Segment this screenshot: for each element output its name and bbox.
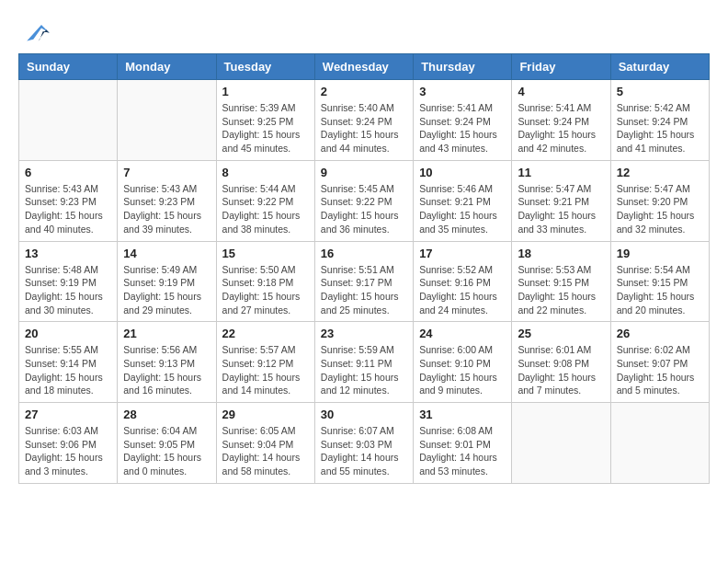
day-info: Sunrise: 5:39 AM Sunset: 9:25 PM Dayligh…	[222, 101, 309, 155]
calendar-cell: 12Sunrise: 5:47 AM Sunset: 9:20 PM Dayli…	[610, 160, 709, 241]
day-number: 11	[518, 166, 604, 179]
calendar-cell	[512, 403, 610, 484]
day-number: 28	[123, 408, 210, 421]
weekday-header: Thursday	[414, 54, 512, 80]
day-info: Sunrise: 6:02 AM Sunset: 9:07 PM Dayligh…	[617, 343, 703, 397]
day-info: Sunrise: 5:48 AM Sunset: 9:19 PM Dayligh…	[25, 263, 111, 317]
day-number: 12	[617, 166, 703, 179]
day-info: Sunrise: 5:42 AM Sunset: 9:24 PM Dayligh…	[617, 101, 703, 155]
day-number: 16	[321, 247, 407, 260]
weekday-header: Wednesday	[314, 54, 413, 80]
day-info: Sunrise: 6:07 AM Sunset: 9:03 PM Dayligh…	[321, 424, 407, 478]
day-info: Sunrise: 6:03 AM Sunset: 9:06 PM Dayligh…	[25, 424, 111, 478]
calendar-cell	[610, 403, 709, 484]
calendar-cell: 14Sunrise: 5:49 AM Sunset: 9:19 PM Dayli…	[118, 241, 216, 322]
calendar-cell: 16Sunrise: 5:51 AM Sunset: 9:17 PM Dayli…	[314, 241, 413, 322]
day-number: 5	[617, 85, 703, 98]
calendar-cell: 10Sunrise: 5:46 AM Sunset: 9:21 PM Dayli…	[414, 160, 512, 241]
calendar-week-row: 1Sunrise: 5:39 AM Sunset: 9:25 PM Daylig…	[19, 80, 710, 161]
calendar-week-row: 27Sunrise: 6:03 AM Sunset: 9:06 PM Dayli…	[19, 403, 710, 484]
calendar-cell: 21Sunrise: 5:56 AM Sunset: 9:13 PM Dayli…	[118, 322, 216, 403]
day-info: Sunrise: 5:55 AM Sunset: 9:14 PM Dayligh…	[25, 343, 111, 397]
day-info: Sunrise: 5:41 AM Sunset: 9:24 PM Dayligh…	[518, 101, 604, 155]
day-number: 15	[222, 247, 309, 260]
day-number: 31	[419, 408, 506, 421]
calendar-week-row: 6Sunrise: 5:43 AM Sunset: 9:23 PM Daylig…	[19, 160, 710, 241]
calendar-cell	[19, 80, 118, 161]
calendar-cell: 24Sunrise: 6:00 AM Sunset: 9:10 PM Dayli…	[414, 322, 512, 403]
day-info: Sunrise: 5:49 AM Sunset: 9:19 PM Dayligh…	[123, 263, 210, 317]
weekday-header: Sunday	[19, 54, 118, 80]
day-number: 14	[123, 247, 210, 260]
calendar-cell: 31Sunrise: 6:08 AM Sunset: 9:01 PM Dayli…	[414, 403, 512, 484]
calendar-week-row: 13Sunrise: 5:48 AM Sunset: 9:19 PM Dayli…	[19, 241, 710, 322]
calendar-cell: 8Sunrise: 5:44 AM Sunset: 9:22 PM Daylig…	[216, 160, 314, 241]
day-info: Sunrise: 5:47 AM Sunset: 9:20 PM Dayligh…	[617, 182, 703, 236]
weekday-header: Tuesday	[216, 54, 314, 80]
day-number: 1	[222, 85, 309, 98]
day-number: 10	[419, 166, 506, 179]
day-info: Sunrise: 5:46 AM Sunset: 9:21 PM Dayligh…	[419, 182, 506, 236]
calendar-cell: 30Sunrise: 6:07 AM Sunset: 9:03 PM Dayli…	[314, 403, 413, 484]
calendar-cell: 2Sunrise: 5:40 AM Sunset: 9:24 PM Daylig…	[314, 80, 413, 161]
weekday-header: Friday	[512, 54, 610, 80]
day-info: Sunrise: 5:44 AM Sunset: 9:22 PM Dayligh…	[222, 182, 309, 236]
day-info: Sunrise: 6:08 AM Sunset: 9:01 PM Dayligh…	[419, 424, 506, 478]
day-number: 3	[419, 85, 506, 98]
page-header	[18, 18, 710, 44]
calendar-cell: 23Sunrise: 5:59 AM Sunset: 9:11 PM Dayli…	[314, 322, 413, 403]
calendar-cell: 27Sunrise: 6:03 AM Sunset: 9:06 PM Dayli…	[19, 403, 118, 484]
day-number: 4	[518, 85, 604, 98]
svg-marker-1	[39, 29, 50, 40]
day-number: 19	[617, 247, 703, 260]
calendar-cell: 13Sunrise: 5:48 AM Sunset: 9:19 PM Dayli…	[19, 241, 118, 322]
weekday-header: Saturday	[610, 54, 709, 80]
day-number: 30	[321, 408, 407, 421]
logo-icon	[18, 18, 51, 44]
day-number: 2	[321, 85, 407, 98]
day-number: 29	[222, 408, 309, 421]
calendar-cell: 4Sunrise: 5:41 AM Sunset: 9:24 PM Daylig…	[512, 80, 610, 161]
calendar-cell: 6Sunrise: 5:43 AM Sunset: 9:23 PM Daylig…	[19, 160, 118, 241]
day-info: Sunrise: 5:40 AM Sunset: 9:24 PM Dayligh…	[321, 101, 407, 155]
day-number: 21	[123, 327, 210, 340]
day-info: Sunrise: 5:59 AM Sunset: 9:11 PM Dayligh…	[321, 343, 407, 397]
day-info: Sunrise: 5:43 AM Sunset: 9:23 PM Dayligh…	[123, 182, 210, 236]
calendar-cell: 25Sunrise: 6:01 AM Sunset: 9:08 PM Dayli…	[512, 322, 610, 403]
day-number: 8	[222, 166, 309, 179]
calendar-cell: 5Sunrise: 5:42 AM Sunset: 9:24 PM Daylig…	[610, 80, 709, 161]
calendar-cell: 7Sunrise: 5:43 AM Sunset: 9:23 PM Daylig…	[118, 160, 216, 241]
day-info: Sunrise: 5:57 AM Sunset: 9:12 PM Dayligh…	[222, 343, 309, 397]
svg-marker-0	[27, 25, 50, 41]
day-info: Sunrise: 5:51 AM Sunset: 9:17 PM Dayligh…	[321, 263, 407, 317]
calendar-cell: 20Sunrise: 5:55 AM Sunset: 9:14 PM Dayli…	[19, 322, 118, 403]
day-number: 26	[617, 327, 703, 340]
weekday-header: Monday	[118, 54, 216, 80]
logo	[18, 18, 55, 44]
calendar-cell: 22Sunrise: 5:57 AM Sunset: 9:12 PM Dayli…	[216, 322, 314, 403]
day-info: Sunrise: 6:00 AM Sunset: 9:10 PM Dayligh…	[419, 343, 506, 397]
day-info: Sunrise: 5:52 AM Sunset: 9:16 PM Dayligh…	[419, 263, 506, 317]
day-number: 20	[25, 327, 111, 340]
calendar-cell: 19Sunrise: 5:54 AM Sunset: 9:15 PM Dayli…	[610, 241, 709, 322]
day-number: 24	[419, 327, 506, 340]
day-info: Sunrise: 5:56 AM Sunset: 9:13 PM Dayligh…	[123, 343, 210, 397]
day-number: 23	[321, 327, 407, 340]
calendar-cell: 9Sunrise: 5:45 AM Sunset: 9:22 PM Daylig…	[314, 160, 413, 241]
calendar-header-row: SundayMondayTuesdayWednesdayThursdayFrid…	[19, 54, 710, 80]
calendar-week-row: 20Sunrise: 5:55 AM Sunset: 9:14 PM Dayli…	[19, 322, 710, 403]
day-info: Sunrise: 5:54 AM Sunset: 9:15 PM Dayligh…	[617, 263, 703, 317]
calendar-cell	[118, 80, 216, 161]
calendar-cell: 15Sunrise: 5:50 AM Sunset: 9:18 PM Dayli…	[216, 241, 314, 322]
calendar-cell: 17Sunrise: 5:52 AM Sunset: 9:16 PM Dayli…	[414, 241, 512, 322]
day-number: 7	[123, 166, 210, 179]
day-number: 9	[321, 166, 407, 179]
day-info: Sunrise: 6:01 AM Sunset: 9:08 PM Dayligh…	[518, 343, 604, 397]
day-info: Sunrise: 5:45 AM Sunset: 9:22 PM Dayligh…	[321, 182, 407, 236]
calendar-cell: 11Sunrise: 5:47 AM Sunset: 9:21 PM Dayli…	[512, 160, 610, 241]
day-info: Sunrise: 6:05 AM Sunset: 9:04 PM Dayligh…	[222, 424, 309, 478]
day-info: Sunrise: 5:53 AM Sunset: 9:15 PM Dayligh…	[518, 263, 604, 317]
calendar-table: SundayMondayTuesdayWednesdayThursdayFrid…	[18, 53, 710, 484]
day-number: 25	[518, 327, 604, 340]
day-number: 17	[419, 247, 506, 260]
